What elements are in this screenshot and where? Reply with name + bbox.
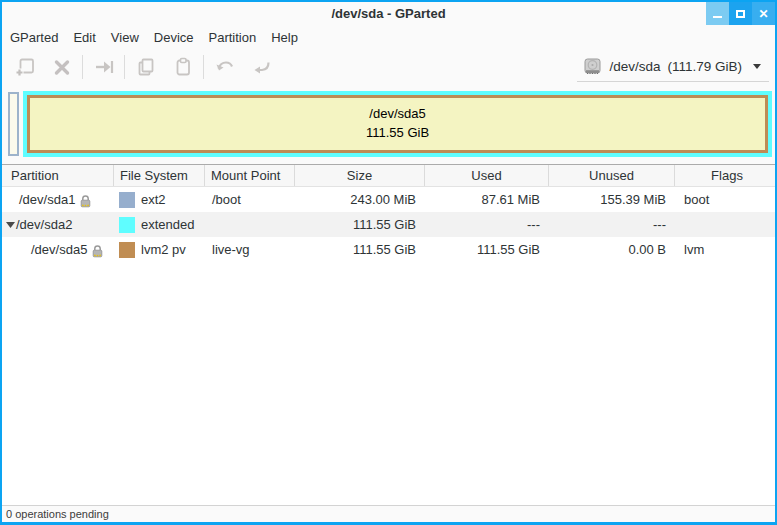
expander-triangle-icon[interactable] (6, 222, 15, 228)
size-value: 111.55 GiB (295, 237, 425, 262)
partition-visual-panel: /dev/sda5 111.55 GiB (2, 86, 775, 164)
filesystem-label: ext2 (141, 192, 166, 207)
visual-partition-size: 111.55 GiB (366, 124, 429, 143)
close-button[interactable]: ✕ (752, 2, 775, 25)
partition-table: Partition File System Mount Point Size U… (2, 164, 777, 505)
menu-partition[interactable]: Partition (209, 30, 257, 45)
menu-edit[interactable]: Edit (73, 30, 95, 45)
partition-name: /dev/sda2 (16, 217, 72, 232)
undo-button[interactable] (206, 52, 243, 82)
column-header-size[interactable]: Size (295, 165, 425, 186)
size-value: 243.00 MiB (295, 187, 425, 212)
column-header-mountpoint[interactable]: Mount Point (205, 165, 295, 186)
filesystem-color-swatch (119, 192, 135, 208)
minimize-button[interactable] (706, 2, 729, 25)
mount-point: live-vg (205, 237, 295, 262)
column-header-filesystem[interactable]: File System (114, 165, 205, 186)
hard-disk-icon (583, 57, 602, 76)
titlebar[interactable]: /dev/sda - GParted ✕ (2, 2, 775, 26)
filesystem-label: lvm2 pv (141, 242, 186, 257)
table-row-sda5[interactable]: /dev/sda5 lvm2 pv live-vg 111.55 GiB 111… (2, 237, 777, 262)
menu-view[interactable]: View (111, 30, 139, 45)
used-value: --- (425, 212, 549, 237)
minimize-icon (713, 16, 722, 18)
used-value: 87.61 MiB (425, 187, 549, 212)
toolbar-separator (203, 55, 204, 79)
filesystem-label: extended (141, 217, 195, 232)
menubar: GParted Edit View Device Partition Help (2, 26, 775, 48)
partition-name: /dev/sda5 (31, 242, 87, 257)
resize-move-button[interactable] (85, 52, 122, 82)
paste-partition-button[interactable] (164, 52, 201, 82)
window-title: /dev/sda - GParted (2, 2, 775, 26)
close-icon: ✕ (758, 7, 768, 21)
toolbar-separator (82, 55, 83, 79)
lock-icon (91, 244, 104, 258)
menu-gparted[interactable]: GParted (10, 30, 58, 45)
unused-value: 155.39 MiB (549, 187, 675, 212)
table-row-sda2[interactable]: /dev/sda2 extended 111.55 GiB --- --- (2, 212, 777, 237)
statusbar: 0 operations pending (2, 505, 775, 522)
window-controls: ✕ (706, 2, 775, 25)
visual-partition-sda2-extended[interactable]: /dev/sda5 111.55 GiB (23, 91, 772, 157)
unused-value: 0.00 B (549, 237, 675, 262)
maximize-button[interactable] (729, 2, 752, 25)
partition-name: /dev/sda1 (19, 192, 75, 207)
menu-help[interactable]: Help (271, 30, 298, 45)
flags-value: lvm (675, 237, 777, 262)
delete-partition-button[interactable] (43, 52, 80, 82)
mount-point (205, 212, 295, 237)
maximize-icon (736, 10, 745, 18)
device-selector[interactable]: /dev/sda (111.79 GiB) (577, 52, 769, 82)
column-header-unused[interactable]: Unused (549, 165, 675, 186)
lock-icon (79, 194, 92, 208)
filesystem-color-swatch (119, 242, 135, 258)
delete-partition-icon (51, 56, 73, 78)
resize-move-icon (93, 56, 115, 78)
table-row-sda1[interactable]: /dev/sda1 ext2 /boot 243.00 MiB 87.61 Mi… (2, 187, 777, 212)
used-value: 111.55 GiB (425, 237, 549, 262)
column-header-partition[interactable]: Partition (2, 165, 114, 186)
apply-operations-button[interactable] (243, 52, 280, 82)
unused-value: --- (549, 212, 675, 237)
undo-icon (214, 56, 236, 78)
toolbar: /dev/sda (111.79 GiB) (2, 48, 775, 86)
device-size: (111.79 GiB) (667, 59, 742, 74)
visual-partition-sda5[interactable]: /dev/sda5 111.55 GiB (27, 95, 768, 153)
paste-partition-icon (172, 56, 194, 78)
flags-value: boot (675, 187, 777, 212)
visual-partition-name: /dev/sda5 (369, 105, 425, 124)
device-name: /dev/sda (609, 59, 660, 74)
toolbar-separator (124, 55, 125, 79)
table-header: Partition File System Mount Point Size U… (2, 165, 777, 187)
column-header-used[interactable]: Used (425, 165, 549, 186)
copy-partition-icon (135, 56, 157, 78)
chevron-down-icon (753, 64, 761, 69)
apply-operations-icon (251, 56, 273, 78)
visual-partition-sda1[interactable] (8, 92, 19, 156)
size-value: 111.55 GiB (295, 212, 425, 237)
copy-partition-button[interactable] (127, 52, 164, 82)
gparted-window: /dev/sda - GParted ✕ GParted Edit View D… (0, 0, 777, 525)
mount-point: /boot (205, 187, 295, 212)
pending-operations-status: 0 operations pending (6, 508, 109, 520)
filesystem-color-swatch (119, 217, 135, 233)
new-partition-icon (14, 56, 36, 78)
flags-value (675, 212, 777, 237)
menu-device[interactable]: Device (154, 30, 194, 45)
new-partition-button[interactable] (6, 52, 43, 82)
column-header-flags[interactable]: Flags (675, 165, 777, 186)
